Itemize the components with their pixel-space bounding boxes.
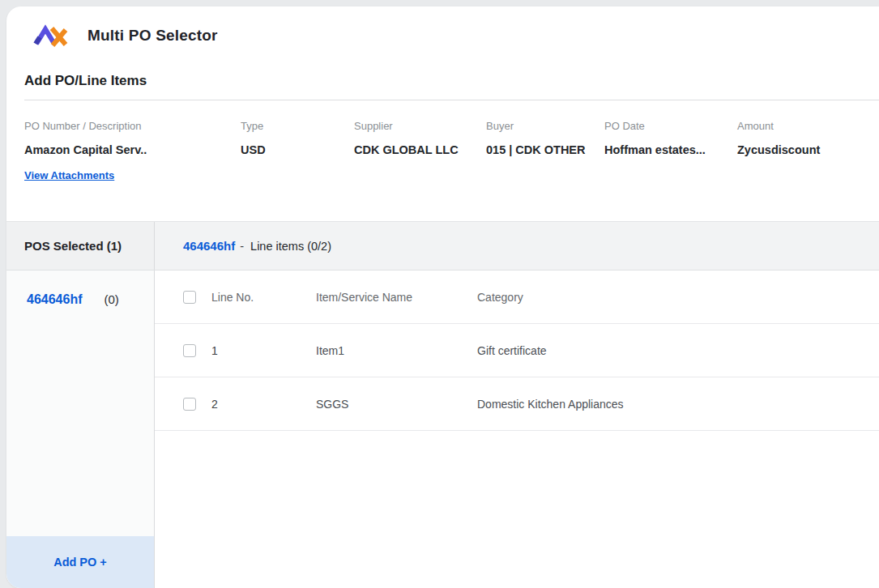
cell-category: Gift certificate xyxy=(477,344,879,357)
pos-selected-header: POS Selected (1) xyxy=(6,222,155,270)
field-po-number: PO Number / Description Amazon Capital S… xyxy=(24,120,241,156)
po-selected-count: (0) xyxy=(105,292,119,306)
field-supplier: Supplier CDK GLOBAL LLC xyxy=(354,120,486,156)
table-header-row: Line No. Item/Service Name Category xyxy=(155,271,879,324)
row-checkbox[interactable] xyxy=(183,344,196,357)
cell-line-no: 2 xyxy=(211,398,316,411)
po-fields-row: PO Number / Description Amazon Capital S… xyxy=(6,100,879,156)
page-title: Multi PO Selector xyxy=(87,27,218,45)
field-value: Hoffman estates... xyxy=(604,143,737,156)
po-summary-section: Multi PO Selector Add PO/Line Items PO N… xyxy=(6,6,879,221)
line-items-count: Line items (0/2) xyxy=(250,240,331,253)
field-label: Supplier xyxy=(354,120,486,132)
pos-selected-panel: 464646hf (0) Add PO + xyxy=(6,271,155,588)
table-row: 1 Item1 Gift certificate xyxy=(155,324,879,377)
app-logo-icon xyxy=(32,21,70,50)
field-label: Amount xyxy=(737,120,879,132)
field-po-date: PO Date Hoffman estates... xyxy=(604,120,737,156)
cell-category: Domestic Kitchen Appliances xyxy=(477,398,879,411)
pos-selected-title: POS Selected (1) xyxy=(24,239,122,253)
panel-headers-band: POS Selected (1) 464646hf - Line items (… xyxy=(6,221,879,271)
column-header-category: Category xyxy=(477,291,879,304)
cell-line-no: 1 xyxy=(211,344,316,357)
list-item: 464646hf (0) xyxy=(6,271,154,307)
add-po-button[interactable]: Add PO + xyxy=(6,536,154,588)
field-label: Buyer xyxy=(486,120,604,132)
view-attachments-link[interactable]: View Attachments xyxy=(24,169,114,181)
column-header-line-no: Line No. xyxy=(211,291,316,304)
app-header: Multi PO Selector xyxy=(6,6,879,52)
field-value: 015 | CDK OTHER xyxy=(486,143,604,156)
table-row: 2 SGGS Domestic Kitchen Appliances xyxy=(155,377,879,431)
row-checkbox[interactable] xyxy=(183,398,196,411)
section-title: Add PO/Line Items xyxy=(24,73,879,89)
multi-po-selector-dialog: Multi PO Selector Add PO/Line Items PO N… xyxy=(6,6,879,588)
field-type: Type USD xyxy=(241,120,354,156)
dialog-body: 464646hf (0) Add PO + Line No. Item/Serv… xyxy=(6,271,879,588)
field-buyer: Buyer 015 | CDK OTHER xyxy=(486,120,604,156)
field-label: PO Number / Description xyxy=(24,120,241,132)
field-value: USD xyxy=(241,143,354,156)
po-number-link[interactable]: 464646hf xyxy=(27,292,83,307)
cell-item-name: Item1 xyxy=(316,344,477,357)
line-items-panel: Line No. Item/Service Name Category 1 It… xyxy=(155,271,879,588)
field-label: Type xyxy=(241,120,354,132)
po-number-link[interactable]: 464646hf xyxy=(183,239,235,253)
field-value: Amazon Capital Serv.. xyxy=(24,143,241,156)
line-items-header: 464646hf - Line items (0/2) xyxy=(155,222,879,270)
column-header-item-name: Item/Service Name xyxy=(316,291,477,304)
field-label: PO Date xyxy=(604,120,737,132)
select-all-checkbox[interactable] xyxy=(183,291,196,304)
left-panel-spacer xyxy=(6,307,154,536)
field-value: CDK GLOBAL LLC xyxy=(354,143,486,156)
dash-separator: - xyxy=(240,240,244,253)
field-amount: Amount Zycusdiscount xyxy=(737,120,879,156)
cell-item-name: SGGS xyxy=(316,398,477,411)
field-value: Zycusdiscount xyxy=(737,143,879,156)
